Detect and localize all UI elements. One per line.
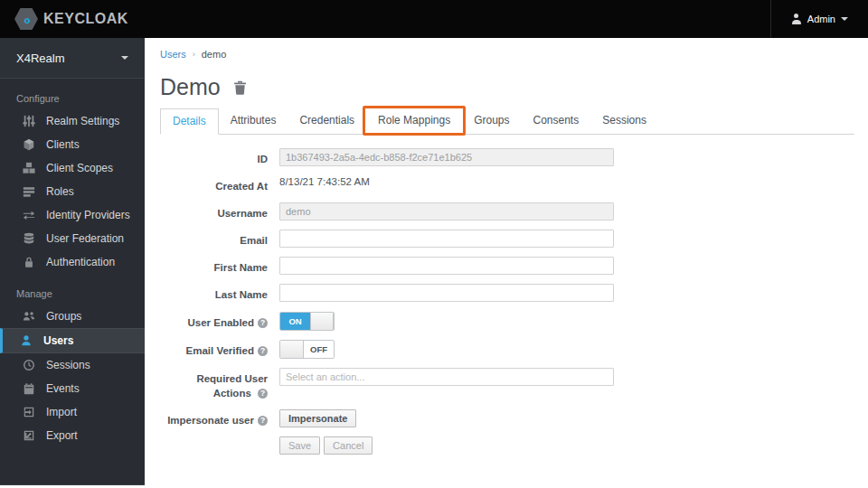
sidebar-item-export[interactable]: Export (0, 424, 145, 447)
username-label: Username (160, 202, 279, 221)
user-enabled-label: User Enabled? (160, 312, 279, 330)
toggle-on-label: ON (280, 313, 310, 330)
breadcrumb-current: demo (202, 49, 227, 60)
sidebar-item-label: Sessions (46, 359, 90, 371)
tab-role-mappings[interactable]: Role Mappings (366, 108, 462, 134)
keycloak-hexagon-icon: ‹› (14, 8, 38, 30)
exchange-arrows-icon (23, 209, 35, 221)
sidebar-item-label: Groups (46, 310, 81, 323)
sidebar-item-groups[interactable]: Groups (0, 305, 145, 328)
breadcrumb-users-link[interactable]: Users (160, 49, 186, 60)
toggle-knob (310, 313, 334, 330)
person-icon (791, 14, 802, 24)
help-icon: ? (258, 318, 268, 328)
help-icon: ? (258, 346, 268, 356)
toggle-off-label: OFF (304, 341, 334, 358)
brand-text: KEYCLOAK (43, 11, 128, 27)
sidebar: X4Realm Configure Realm Settings Clients… (0, 38, 145, 485)
last-name-label: Last Name (160, 284, 279, 302)
username-field (279, 202, 614, 221)
sidebar-item-label: Client Scopes (46, 162, 113, 174)
realm-name: X4Realm (16, 52, 64, 65)
admin-user-menu[interactable]: Admin (770, 0, 868, 38)
section-label-configure: Configure (0, 79, 145, 109)
sidebar-item-clients[interactable]: Clients (0, 133, 145, 156)
sidebar-item-label: Identity Providers (46, 209, 130, 221)
cubes-icon (23, 162, 35, 174)
required-user-actions-select[interactable] (279, 368, 614, 386)
sidebar-item-label: Clients (46, 138, 80, 151)
user-details-form: ID Created At 8/13/21 7:43:52 AM Usernam… (160, 148, 854, 455)
top-bar: ‹› KEYCLOAK Admin (0, 0, 868, 38)
save-button[interactable]: Save (279, 436, 320, 455)
admin-user-label: Admin (807, 14, 835, 24)
sidebar-item-label: Users (43, 334, 73, 347)
group-icon (23, 310, 35, 323)
tab-details[interactable]: Details (160, 108, 219, 135)
import-icon (23, 406, 35, 418)
sidebar-item-events[interactable]: Events (0, 377, 145, 400)
trash-icon (233, 80, 247, 95)
impersonate-user-label: Impersonate user? (160, 409, 279, 427)
keycloak-logo: ‹› KEYCLOAK (0, 8, 128, 30)
sidebar-item-user-federation[interactable]: User Federation (0, 227, 145, 250)
first-name-field[interactable] (279, 257, 614, 275)
tab-sessions[interactable]: Sessions (590, 108, 658, 134)
user-icon (20, 334, 33, 347)
database-icon (23, 232, 35, 245)
sidebar-item-identity-providers[interactable]: Identity Providers (0, 203, 145, 227)
tab-bar: Details Attributes Credentials Role Mapp… (160, 108, 854, 135)
chevron-down-icon (121, 56, 128, 60)
sidebar-item-import[interactable]: Import (0, 400, 145, 424)
breadcrumb-separator: › (193, 50, 195, 59)
sidebar-item-label: Realm Settings (46, 115, 119, 127)
sidebar-item-authentication[interactable]: Authentication (0, 250, 145, 274)
sidebar-item-label: Roles (46, 185, 74, 198)
email-verified-toggle[interactable]: OFF (279, 340, 335, 359)
delete-user-button[interactable] (233, 80, 247, 95)
tab-groups[interactable]: Groups (462, 108, 521, 134)
sidebar-item-users[interactable]: Users (0, 328, 145, 353)
main-content: Users › demo Demo Details Attributes Cre… (145, 38, 868, 488)
created-at-label: Created At (160, 175, 279, 193)
sliders-icon (23, 115, 35, 127)
sidebar-item-roles[interactable]: Roles (0, 180, 145, 203)
id-field (279, 148, 614, 166)
email-label: Email (160, 230, 279, 248)
sidebar-item-realm-settings[interactable]: Realm Settings (0, 109, 145, 133)
cancel-button[interactable]: Cancel (324, 436, 373, 455)
email-verified-label: Email Verified? (160, 340, 279, 358)
id-label: ID (160, 148, 279, 166)
sidebar-item-sessions[interactable]: Sessions (0, 353, 145, 377)
required-user-actions-label: Required User Actions ? (160, 368, 279, 400)
cube-icon (23, 138, 35, 151)
sidebar-item-label: Import (46, 406, 77, 418)
sidebar-item-label: Events (46, 382, 80, 395)
clock-icon (23, 359, 35, 371)
page-title: Demo (160, 74, 221, 100)
created-at-value: 8/13/21 7:43:52 AM (279, 173, 370, 187)
sidebar-item-label: Export (46, 429, 78, 442)
tab-consents[interactable]: Consents (522, 108, 591, 134)
sidebar-item-client-scopes[interactable]: Client Scopes (0, 156, 145, 180)
help-icon: ? (258, 389, 268, 399)
email-field[interactable] (279, 230, 614, 248)
chevron-down-icon (841, 17, 848, 21)
help-icon: ? (258, 416, 268, 426)
calendar-icon (23, 382, 35, 395)
first-name-label: First Name (160, 257, 279, 275)
impersonate-button[interactable]: Impersonate (279, 409, 356, 427)
tab-attributes[interactable]: Attributes (219, 108, 288, 134)
realm-selector[interactable]: X4Realm (0, 38, 145, 79)
section-label-manage: Manage (0, 274, 145, 305)
tab-credentials[interactable]: Credentials (288, 108, 366, 134)
sidebar-item-label: Authentication (46, 256, 115, 268)
lock-icon (23, 256, 35, 268)
list-icon (23, 185, 35, 198)
user-enabled-toggle[interactable]: ON (279, 312, 335, 331)
toggle-knob (280, 341, 304, 358)
last-name-field[interactable] (279, 284, 614, 302)
sidebar-item-label: User Federation (46, 232, 124, 245)
export-icon (23, 429, 35, 442)
breadcrumb: Users › demo (160, 38, 854, 60)
